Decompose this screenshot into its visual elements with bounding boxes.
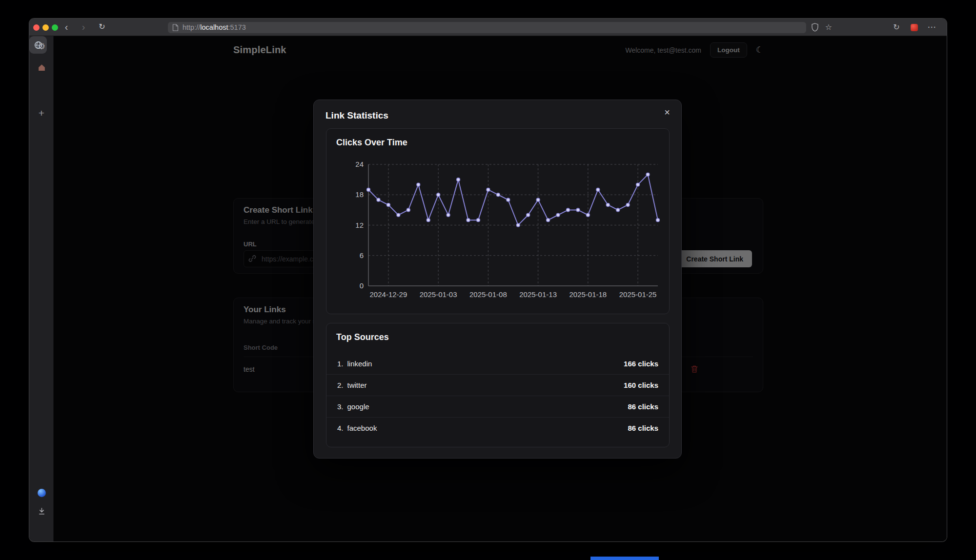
adblock-extension-icon[interactable] — [911, 24, 918, 31]
forward-button[interactable]: › — [78, 19, 89, 36]
svg-text:12: 12 — [355, 221, 364, 229]
page-icon — [172, 24, 179, 31]
address-bar[interactable]: http://localhost:5173 — [168, 22, 806, 33]
tracking-protection-shield-icon[interactable] — [811, 23, 819, 32]
clicks-over-time-chart: 061218242024-12-292025-01-032025-01-0820… — [326, 153, 670, 305]
source-rank: 1. — [337, 360, 344, 368]
svg-text:2024-12-29: 2024-12-29 — [370, 290, 407, 299]
settings-gear-icon[interactable]: ⚙ — [29, 41, 54, 52]
source-name: linkedin — [347, 360, 372, 368]
svg-text:6: 6 — [360, 251, 364, 260]
source-name: google — [347, 402, 369, 411]
source-clicks: 86 clicks — [628, 402, 658, 411]
svg-text:2025-01-25: 2025-01-25 — [619, 290, 657, 299]
reload-button[interactable]: ↻ — [97, 19, 107, 36]
source-row: 4. facebook 86 clicks — [326, 417, 669, 439]
source-name: facebook — [347, 424, 377, 432]
close-window-button[interactable] — [33, 24, 40, 31]
source-rank: 3. — [337, 402, 344, 411]
chart-title: Clicks Over Time — [336, 138, 407, 148]
source-row: 2. twitter 160 clicks — [326, 374, 669, 396]
svg-text:18: 18 — [355, 190, 364, 199]
page-viewport: SimpleLink Welcome, test@test.com Logout… — [54, 36, 947, 541]
source-rank: 4. — [337, 424, 344, 432]
browser-toolbar: ‹ › ↻ http://localhost:5173 ☆ ↻ ⋯ — [29, 19, 947, 36]
globe-sphere-icon[interactable] — [38, 489, 46, 497]
download-icon — [38, 507, 46, 515]
link-statistics-modal: Link Statistics × Clicks Over Time 06121… — [313, 100, 682, 459]
minimize-window-button[interactable] — [42, 24, 49, 31]
modal-title: Link Statistics — [325, 110, 388, 121]
browser-sidebar: ⚙ + — [29, 36, 54, 541]
source-clicks: 160 clicks — [624, 381, 658, 389]
svg-text:0: 0 — [360, 281, 364, 290]
background-window-sliver — [590, 557, 659, 560]
zoom-window-button[interactable] — [52, 24, 58, 31]
svg-text:2025-01-03: 2025-01-03 — [420, 290, 457, 299]
bookmark-star-icon[interactable]: ☆ — [823, 19, 834, 36]
sources-list: 1. linkedin 166 clicks 2. twitter 160 cl… — [326, 353, 669, 439]
top-sources-card: Top Sources 1. linkedin 166 clicks 2. tw… — [326, 323, 670, 447]
downloads-button[interactable] — [29, 507, 54, 517]
home-icon — [38, 63, 46, 71]
svg-text:2025-01-13: 2025-01-13 — [519, 290, 557, 299]
back-button[interactable]: ‹ — [61, 19, 72, 36]
top-sources-title: Top Sources — [336, 332, 389, 342]
pinned-tab-home[interactable] — [29, 63, 54, 73]
source-clicks: 166 clicks — [624, 360, 658, 368]
svg-text:2025-01-18: 2025-01-18 — [569, 290, 607, 299]
sync-icon[interactable]: ↻ — [891, 19, 902, 36]
url-text: http://localhost:5173 — [183, 23, 246, 31]
svg-text:24: 24 — [355, 160, 364, 168]
browser-window: ‹ › ↻ http://localhost:5173 ☆ ↻ ⋯ ⚙ — [29, 19, 947, 541]
source-row: 3. google 86 clicks — [326, 396, 669, 417]
source-rank: 2. — [337, 381, 344, 389]
new-tab-button[interactable]: + — [29, 107, 54, 119]
source-clicks: 86 clicks — [628, 424, 658, 432]
svg-text:2025-01-08: 2025-01-08 — [469, 290, 507, 299]
close-modal-button[interactable]: × — [660, 105, 674, 120]
source-name: twitter — [347, 381, 367, 389]
menu-icon[interactable]: ⋯ — [926, 19, 937, 36]
clicks-over-time-card: Clicks Over Time 061218242024-12-292025-… — [326, 128, 670, 314]
source-row: 1. linkedin 166 clicks — [326, 353, 669, 374]
close-icon: × — [664, 107, 670, 118]
